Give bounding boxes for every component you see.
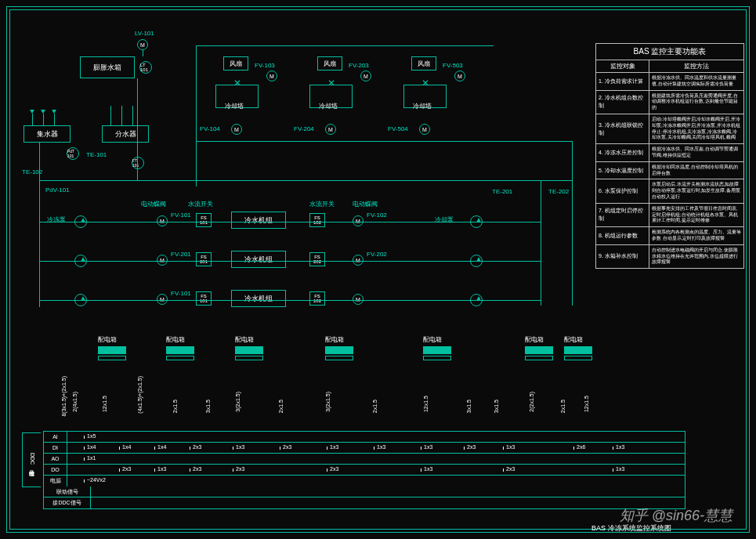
tag-fv503: FV-503: [443, 62, 463, 69]
dist-box-label: 配电箱: [564, 335, 583, 344]
tag-lv101: LV-101: [135, 30, 154, 37]
fan3-label: 风扇: [411, 56, 436, 71]
ddc-side-label: DDC 输出信号: [22, 432, 41, 487]
ddc-row: AO1x1: [44, 454, 685, 465]
function-row: 4. 冷冻水压差控制根据冷冻水供、回水压差,自动调节旁通调节阀,维持供应恒定: [596, 144, 743, 162]
tag-fv203: FV-203: [349, 62, 369, 69]
dist-box-label: 配电箱: [166, 335, 185, 344]
tag-te202: TE-202: [548, 188, 569, 195]
lt101: LT 101: [139, 61, 152, 74]
dist-box-label: 配电箱: [325, 335, 344, 344]
fan2-label: 风扇: [317, 56, 342, 71]
ddc-row: 电源~24Vx2: [44, 476, 685, 487]
chiller-2: 冷水机组: [231, 251, 286, 268]
dist-box-label: 配电箱: [98, 335, 117, 344]
tag-te101: TE-101: [86, 151, 107, 158]
distributor: 分水器: [102, 125, 149, 143]
tag-fv504: FV-504: [388, 125, 408, 132]
chiller-3: 冷水机组: [231, 290, 286, 307]
ddc-row: AI1x5: [44, 432, 685, 443]
collector: 集水器: [24, 125, 71, 143]
dist-box-label: 配电箱: [235, 335, 254, 344]
function-row: 7. 机组定时启停控制根据事先安排的工作及节假日作息时间表,定时启停机组;自动统…: [596, 204, 743, 227]
tag-pdv101: PdV-101: [45, 186, 70, 194]
tag-te201: TE-201: [492, 188, 512, 195]
ddc-row: DO2x31x32x32x32x31x32x31x3: [44, 465, 685, 476]
function-row: 9. 水箱补水控制自动控制进水电磁阀的开启与闭合,使膨胀水箱水位维持在允许范围内…: [596, 245, 743, 268]
ddc-table: AI1x5DI1x41x41x42x31x32x31x31x31x32x31x3…: [43, 431, 685, 509]
function-row: 1. 冷负荷需求计算根据冷冻水供、回水温度和供水流量测量值,自动计算建筑空调实际…: [596, 73, 743, 91]
fan1-label: 风扇: [223, 56, 248, 71]
pdt101: PdT 101: [67, 147, 79, 160]
freeze-pump-label: 冷冻泵: [47, 215, 66, 224]
dist-box-label: 配电箱: [423, 335, 442, 344]
function-table-title: BAS 监控主要功能表: [596, 44, 743, 60]
function-row: 6. 水泵保护控制水泵启动后,水流开关检测水流状态,如故障则自动停泵;水泵运行时…: [596, 179, 743, 203]
function-row: 2. 冷水机组台数控制根据建筑所需冷负荷及压差旁通阀开度,自动调整冷水机组运行台…: [596, 91, 743, 114]
ft101: FT 101: [132, 157, 144, 169]
watermark: 知乎 @sin66-慧慧: [620, 506, 732, 525]
function-row: 5. 冷却水温度控制根据冷却回水温度,自动控制冷却塔风机的启停台数: [596, 162, 743, 180]
function-row: 3. 冷水机组联锁控制启动:冷却塔蝶阀开启,冷却水蝶阀开启,开冷却泵;冷冻水蝶阀…: [596, 114, 743, 144]
function-table: BAS 监控主要功能表 监控对象 监控方法 1. 冷负荷需求计算根据冷冻水供、回…: [595, 43, 744, 269]
chiller-1: 冷水机组: [231, 212, 286, 229]
tag-fv104: FV-104: [200, 125, 220, 132]
tag-fv103: FV-103: [255, 62, 275, 69]
dist-box-label: 配电箱: [525, 335, 544, 344]
tag-fv204: FV-204: [294, 125, 314, 132]
ddc-row: DI1x41x41x42x31x32x31x31x31x32x31x32x61x…: [44, 443, 685, 454]
expansion-tank: 膨胀水箱: [80, 56, 135, 78]
function-row: 8. 机组运行参数检测系统内各检测点的温度、压力、流量等参数 自动显示,定时打印…: [596, 227, 743, 245]
cooling-pump-label: 冷却泵: [435, 215, 454, 224]
valve-lv101: M: [137, 39, 148, 50]
